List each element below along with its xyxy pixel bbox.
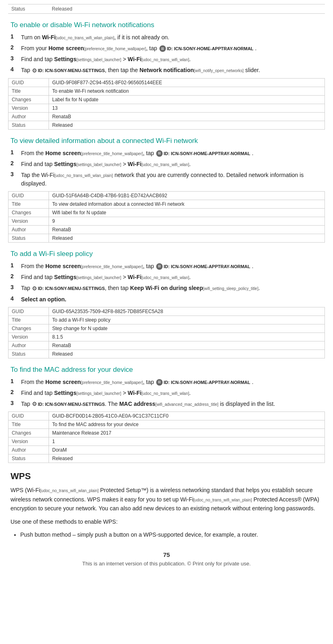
steps-list-view-detailed-wifi: 1From the Home screen[preference_title_h…: [8, 149, 325, 188]
step-number: 1: [11, 33, 19, 40]
meta-table-add-wifi-sleep: GUIDGUID-65A23535-7509-42F8-8825-7DB85FE…: [8, 307, 325, 358]
table-row: ChangesStep change for N update: [8, 324, 325, 333]
apps-icon: ⊞: [156, 263, 163, 270]
table-row: ChangesWifi label fix for N update: [8, 208, 325, 217]
meta-value: To enable Wi-Fi network notification: [49, 87, 325, 95]
table-row: StatusReleased: [8, 350, 325, 358]
list-item: 2Find and tap Settings[settings_label_la…: [8, 273, 325, 281]
meta-value: Label fix for N update: [49, 95, 325, 104]
step-tiny-label: [udoc_no_trans_wifi_wlan]: [142, 391, 189, 396]
table-row: Version8.1.5: [8, 333, 325, 341]
meta-value: Released: [49, 234, 325, 242]
meta-key: Version: [8, 333, 49, 341]
meta-key: GUID: [8, 78, 49, 87]
steps-list-add-wifi-sleep: 1From the Home screen[preference_title_h…: [8, 262, 325, 304]
status-key: Status: [11, 6, 52, 12]
meta-table-view-detailed-wifi: GUIDGUID-51F6A64B-C4DB-47B6-91B1-ED742AA…: [8, 191, 325, 243]
step-text: Find and tap Settings[settings_label_lau…: [21, 273, 191, 281]
step-bold: Wi-Fi: [128, 390, 142, 396]
step-number: 1: [11, 378, 19, 384]
table-row: GUIDGUID-51F6A64B-C4DB-47B6-91B1-ED742AA…: [8, 191, 325, 200]
step-text: Tap ⚙ID: ICN-SONY-MENU-SETTINGS. The MAC…: [21, 400, 275, 409]
steps-list-enable-disable-wifi: 1Turn on Wi-Fi[udoc_no_trans_wifi_wlan_p…: [8, 33, 325, 75]
table-row: Version13: [8, 104, 325, 112]
table-row: TitleTo view detailed information about …: [8, 200, 325, 208]
status-value: Released: [52, 6, 72, 12]
step-text: Turn on Wi-Fi[udoc_no_trans_wifi_wlan_pl…: [21, 33, 169, 42]
step-number: 2: [11, 389, 19, 395]
meta-key: Version: [8, 217, 49, 225]
meta-key: Changes: [8, 95, 49, 104]
meta-value: To add a Wi-FI sleep policy: [49, 316, 325, 324]
step-number: 1: [11, 262, 19, 269]
list-item: 1Turn on Wi-Fi[udoc_no_trans_wifi_wlan_p…: [8, 33, 325, 42]
table-row: AuthorRenataB: [8, 341, 325, 350]
table-row: Version9: [8, 217, 325, 225]
step-number: 4: [11, 295, 19, 302]
steps-list-find-mac-address: 1From the Home screen[preference_title_h…: [8, 378, 325, 409]
meta-value: DoraM: [49, 446, 325, 454]
step-number: 1: [11, 149, 19, 156]
list-item: 4Tap ⚙ID: ICN-SONY-MENU-SETTINGS, then t…: [8, 66, 325, 75]
meta-key: Version: [8, 437, 49, 446]
meta-value: To find the MAC address for your device: [49, 420, 325, 429]
step-text: From your Home screen[preference_title_h…: [21, 44, 257, 53]
meta-value: 8.1.5: [49, 333, 325, 341]
list-item: 1From the Home screen[preference_title_h…: [8, 378, 325, 386]
list-item: 1From the Home screen[preference_title_h…: [8, 262, 325, 271]
meta-key: Status: [8, 234, 49, 242]
step-smallcaps: ID: ICN-SONY-MENU-SETTINGS: [38, 286, 105, 291]
step-number: 2: [11, 273, 19, 279]
table-row: GUIDGUID-BCFD0D14-2B05-41C0-AE0A-9C1C37C…: [8, 412, 325, 420]
step-tiny-label: [udoc_no_trans_wifi_wlan_plain]: [56, 36, 115, 40]
table-row: AuthorDoraM: [8, 446, 325, 454]
meta-key: Status: [8, 350, 49, 358]
step-text: Tap the Wi-Fi[udoc_no_trans_wifi_wlan_pl…: [21, 171, 325, 188]
footer: 75 This is an internet version of this p…: [8, 551, 325, 567]
meta-key: Title: [8, 87, 49, 95]
meta-value: GUID-51F6A64B-C4DB-47B6-91B1-ED742AACB69…: [49, 191, 325, 200]
step-tiny-label: [settings_label_launcher]: [76, 162, 121, 167]
meta-key: Status: [8, 121, 49, 129]
step-smallcaps: ID: ICN-SONY-HOME-APPTRAY-NORMAL: [163, 151, 250, 156]
meta-value: Maintenance Release 2017: [49, 429, 325, 437]
meta-key: Changes: [8, 324, 49, 333]
table-row: GUIDGUID-65A23535-7509-42F8-8825-7DB85FE…: [8, 307, 325, 316]
step-bold: Settings: [54, 56, 76, 62]
table-row: AuthorRenataB: [8, 112, 325, 121]
meta-key: Author: [8, 446, 49, 454]
step-bold: Home screen: [45, 379, 81, 385]
list-item: 2Find and tap Settings[settings_label_la…: [8, 389, 325, 397]
meta-table-enable-disable-wifi: GUIDGUID-9F08F877-2C94-4551-8F02-9656051…: [8, 78, 325, 130]
table-row: TitleTo enable Wi-Fi network notificatio…: [8, 87, 325, 95]
step-bold: Settings: [54, 390, 76, 396]
wps-intro: WPS (Wi-Fi: [11, 487, 40, 493]
meta-value: To view detailed information about a con…: [49, 200, 325, 208]
step-tiny-label: [preference_title_home_wallpaper]: [84, 47, 146, 51]
list-item: 4Select an option.: [8, 295, 325, 304]
step-tiny-label: [udoc_no_trans_wifi_wlan]: [142, 58, 189, 62]
wps-title: WPS: [8, 471, 325, 482]
gear-icon: ⚙: [32, 67, 37, 74]
apps-icon: ⊞: [156, 150, 163, 157]
meta-value: Released: [49, 121, 325, 129]
meta-key: Changes: [8, 208, 49, 217]
table-row: TitleTo add a Wi-FI sleep policy: [8, 316, 325, 324]
wps-bullet-1: Push button method – simply push a butto…: [20, 530, 325, 539]
gear-icon: ⚙: [32, 401, 37, 407]
meta-value: Wifi label fix for N update: [49, 208, 325, 217]
step-bold: Select an option.: [21, 296, 66, 303]
step-number: 3: [11, 400, 19, 406]
apps-icon: ⊞: [159, 45, 166, 52]
table-row: ChangesMaintenance Release 2017: [8, 429, 325, 437]
meta-value: GUID-9F08F877-2C94-4551-8F02-965605144EE…: [49, 78, 325, 87]
meta-key: GUID: [8, 191, 49, 200]
step-smallcaps: ID: ICN-SONY-HOME-APPTRAY-NORMAL: [163, 264, 250, 269]
footer-copyright: This is an internet version of this publ…: [8, 561, 325, 567]
step-tiny-label: [settings_label_launcher]: [76, 58, 121, 62]
meta-key: GUID: [8, 307, 49, 316]
step-bold: Wi-Fi: [42, 34, 56, 41]
section-title-add-wifi-sleep: To add a Wi-Fi sleep policy: [8, 250, 325, 258]
table-row: AuthorRenataB: [8, 225, 325, 234]
step-smallcaps: ID: ICN-SONY-MENU-SETTINGS: [38, 402, 105, 407]
